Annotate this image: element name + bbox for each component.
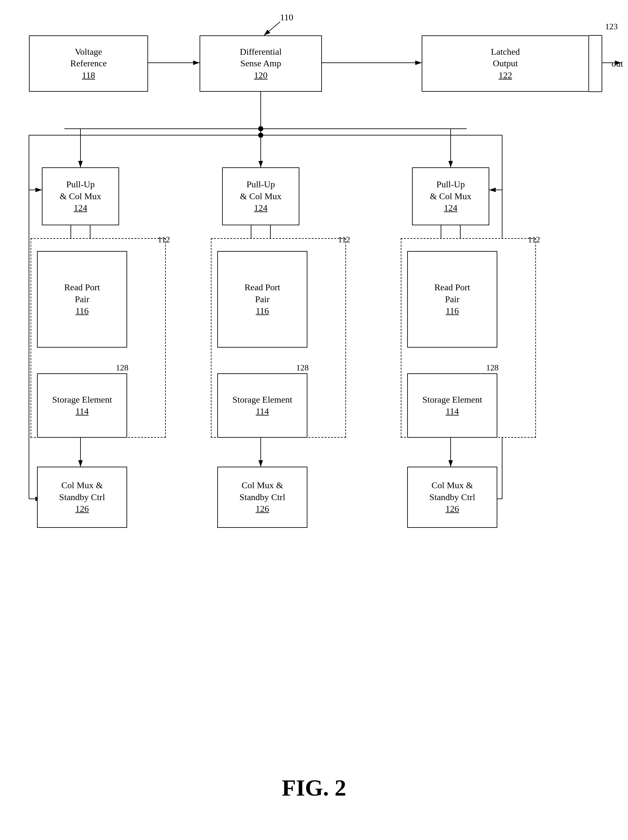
pull-up-center-label2: & Col Mux — [240, 191, 282, 202]
diff-sense-num: 120 — [254, 69, 267, 81]
read-port-left-num: 116 — [76, 305, 89, 317]
col-mux-center-label1: Col Mux & — [241, 480, 283, 491]
col-mux-right-label2: Standby Ctrl — [429, 491, 475, 503]
label-112-right: 112 — [528, 235, 540, 245]
pull-up-right-label2: & Col Mux — [430, 191, 471, 202]
voltage-reference-num: 118 — [82, 69, 95, 81]
read-port-right-label2: Pair — [445, 294, 459, 305]
label-112-center: 112 — [338, 235, 350, 245]
storage-right-box: Storage Element 114 — [407, 373, 497, 438]
label-128-center: 128 — [296, 363, 309, 373]
read-port-right-label1: Read Port — [434, 282, 470, 293]
read-port-right-box: Read Port Pair 116 — [407, 251, 497, 347]
diagram-container: 110 Voltage Reference 118 Differential S… — [0, 0, 628, 840]
col-mux-left-label2: Standby Ctrl — [59, 491, 105, 503]
pull-up-right-num: 124 — [444, 202, 457, 214]
col-mux-right-box: Col Mux & Standby Ctrl 126 — [407, 467, 497, 528]
read-port-center-label1: Read Port — [244, 282, 280, 293]
latched-output-label1: Latched — [491, 46, 520, 58]
figure-label: FIG. 2 — [282, 775, 346, 801]
svg-line-3 — [264, 22, 280, 35]
pull-up-left-label1: Pull-Up — [66, 178, 95, 190]
col-mux-left-label1: Col Mux & — [61, 480, 103, 491]
svg-point-17 — [258, 133, 263, 138]
col-mux-center-label2: Standby Ctrl — [239, 491, 285, 503]
latched-output-label2: Output — [493, 58, 518, 69]
storage-left-num: 114 — [76, 406, 89, 417]
read-port-right-num: 116 — [446, 305, 459, 317]
col-mux-left-num: 126 — [75, 503, 89, 515]
col-mux-center-num: 126 — [256, 503, 269, 515]
voltage-reference-label2: Reference — [70, 58, 106, 69]
pull-up-left-label2: & Col Mux — [60, 191, 101, 202]
col-mux-left-box: Col Mux & Standby Ctrl 126 — [37, 467, 127, 528]
label-112-left: 112 — [158, 235, 170, 245]
voltage-reference-label: Voltage — [75, 46, 102, 58]
read-port-center-num: 116 — [256, 305, 269, 317]
out-label: out — [612, 58, 623, 69]
svg-point-12 — [258, 126, 263, 131]
col-mux-right-label1: Col Mux & — [431, 480, 473, 491]
pull-up-center-box: Pull-Up & Col Mux 124 — [222, 167, 299, 225]
storage-center-num: 114 — [256, 406, 269, 417]
read-port-left-label2: Pair — [75, 294, 89, 305]
label-128-right: 128 — [486, 363, 498, 373]
storage-center-label1: Storage Element — [233, 394, 292, 406]
latched-output-box: Latched Output 122 — [422, 35, 589, 92]
pull-up-right-box: Pull-Up & Col Mux 124 — [412, 167, 489, 225]
label-128-left: 128 — [116, 363, 128, 373]
storage-left-box: Storage Element 114 — [37, 373, 127, 438]
col-mux-right-num: 126 — [446, 503, 459, 515]
read-port-left-label1: Read Port — [64, 282, 100, 293]
storage-left-label1: Storage Element — [52, 394, 112, 406]
col-mux-center-box: Col Mux & Standby Ctrl 126 — [217, 467, 307, 528]
pull-up-left-box: Pull-Up & Col Mux 124 — [42, 167, 119, 225]
read-port-center-box: Read Port Pair 116 — [217, 251, 307, 347]
pull-up-left-num: 124 — [74, 202, 87, 214]
storage-center-box: Storage Element 114 — [217, 373, 307, 438]
latched-output-num: 122 — [498, 69, 512, 81]
pull-up-center-num: 124 — [254, 202, 267, 214]
pull-up-center-label1: Pull-Up — [247, 178, 275, 190]
voltage-reference-box: Voltage Reference 118 — [29, 35, 148, 92]
label-123: 123 — [605, 22, 618, 32]
label-110: 110 — [280, 12, 293, 22]
read-port-center-label2: Pair — [255, 294, 269, 305]
pull-up-right-label1: Pull-Up — [437, 178, 465, 190]
diff-sense-label1: Differential — [240, 46, 282, 58]
diff-sense-amp-box: Differential Sense Amp 120 — [199, 35, 322, 92]
storage-right-label1: Storage Element — [422, 394, 482, 406]
diff-sense-label2: Sense Amp — [240, 58, 282, 69]
storage-right-num: 114 — [446, 406, 459, 417]
read-port-left-box: Read Port Pair 116 — [37, 251, 127, 347]
